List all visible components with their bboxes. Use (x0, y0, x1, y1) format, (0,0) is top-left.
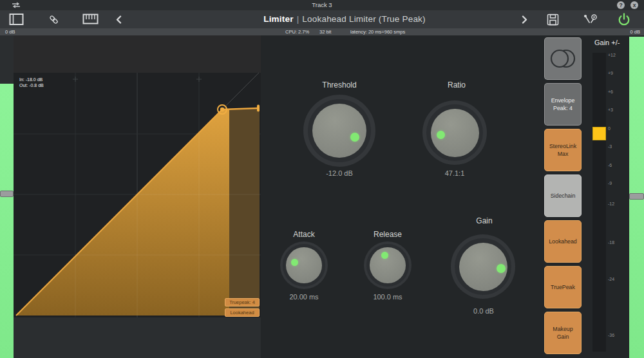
io-readout-in: In: -18.0 dB (19, 77, 44, 82)
stereolink-max-button[interactable]: StereoLink Max (544, 129, 582, 171)
release-knob-indicator (381, 252, 388, 259)
threshold-knob[interactable] (303, 95, 375, 167)
window-titlebar: Track 3 ? x (0, 0, 644, 10)
power-icon[interactable] (617, 12, 631, 26)
gain-tick: -3 (608, 144, 612, 149)
gain-knob-indicator (497, 264, 506, 273)
close-icon[interactable]: x (630, 1, 638, 9)
threshold-label: Threshold (294, 80, 384, 90)
threshold-knee-dot[interactable] (220, 108, 224, 111)
transfer-curve-panel: In: -18.0 dB Out: -0.8 dB Truepeak: 4 Lo… (14, 35, 261, 358)
plugin-toolbar: Limiter|Lookahead Limiter (True Peak) (0, 10, 644, 28)
sidechain-button[interactable]: Sidechain (544, 174, 582, 217)
transfer-curve-plot[interactable] (14, 73, 261, 317)
truepeak-button[interactable]: TruePeak (544, 266, 582, 308)
envelope-peak-button[interactable]: Envelope Peak: 4 (544, 83, 582, 126)
attack-value: 20.00 ms (259, 293, 349, 301)
status-bar: 0 dB CPU: 2.7% 32 bit latency: 20 ms=960… (0, 28, 644, 35)
keyboard-icon[interactable] (82, 14, 99, 25)
chevron-left-icon[interactable] (116, 15, 122, 24)
release-label: Release (343, 230, 433, 239)
plugin-title-separator: | (297, 14, 299, 24)
gain-tick: 0 (608, 126, 611, 131)
stereo-circles-icon (547, 46, 578, 71)
input-level-meter (0, 35, 14, 358)
truepeak-badge: Truepeak: 4 (225, 298, 260, 306)
chevron-right-icon[interactable] (522, 15, 527, 24)
gain-slider-handle[interactable] (592, 127, 606, 140)
gain-tick: +3 (608, 108, 613, 112)
ratio-label: Ratio (412, 80, 502, 90)
ratio-knob[interactable] (422, 100, 487, 165)
transfer-curve-svg (14, 73, 261, 317)
gain-tick: -6 (608, 163, 612, 167)
modulation-routing-icon[interactable] (583, 14, 598, 25)
input-meter-handle[interactable] (0, 191, 14, 197)
editor-panel-icon[interactable] (9, 13, 24, 26)
gain-tick: -24 (608, 277, 614, 281)
mode-button-column: Envelope Peak: 4 StereoLink Max Sidechai… (544, 37, 582, 354)
ceiling-end-handle[interactable] (257, 105, 260, 112)
io-readout-out: Out: -0.8 dB (19, 82, 44, 88)
latency-readout: latency: 20 ms=960 smps (350, 29, 405, 35)
attack-knob-indicator (291, 259, 298, 266)
gain-tick: +6 (608, 90, 613, 94)
threshold-value: -12.0 dB (294, 169, 384, 177)
threshold-knob-indicator (350, 133, 359, 142)
meter-left-caption: 0 dB (5, 29, 15, 35)
output-level-meter (629, 35, 644, 358)
io-readout: In: -18.0 dB Out: -0.8 dB (19, 77, 44, 88)
stereo-link-mode-button[interactable] (544, 37, 582, 80)
bit-depth-readout: 32 bit (319, 29, 331, 35)
plugin-title: Limiter|Lookahead Limiter (True Peak) (142, 14, 547, 24)
gain-tick: -12 (608, 202, 614, 206)
release-knob[interactable] (364, 241, 412, 289)
release-value: 100.0 ms (343, 293, 433, 301)
gain-slider-title: Gain +/- (594, 39, 620, 46)
window-title: Track 3 (0, 1, 644, 8)
gain-tick: -36 (608, 333, 614, 337)
plugin-name: Limiter (263, 14, 293, 24)
gain-slider-track[interactable] (592, 53, 606, 352)
plugin-variant: Lookahead Limiter (True Peak) (302, 14, 425, 24)
gain-value: 0.0 dB (439, 307, 529, 315)
graph-footer (14, 317, 261, 358)
link-icon[interactable] (49, 15, 59, 24)
lookahead-badge: Lookahead (225, 308, 260, 317)
cpu-readout: CPU: 2.7% (285, 29, 309, 35)
gain-knob[interactable] (451, 234, 515, 299)
gain-label: Gain (439, 216, 529, 225)
gain-tick: -18 (608, 240, 614, 245)
output-meter-handle[interactable] (629, 193, 644, 200)
save-icon[interactable] (547, 14, 559, 26)
gain-tick: +12 (608, 53, 616, 57)
plugin-window: Track 3 ? x Limiter|Lookahead Limiter (0, 0, 644, 358)
help-icon[interactable]: ? (617, 1, 625, 9)
ratio-value: 47.1:1 (410, 169, 500, 177)
makeup-gain-button[interactable]: Makeup Gain (544, 312, 582, 354)
graph-header (14, 35, 261, 73)
meter-right-caption: 0 dB (630, 29, 640, 35)
attack-label: Attack (259, 230, 349, 239)
lookahead-button[interactable]: Lookahead (544, 220, 582, 263)
gain-tick: -9 (608, 181, 612, 185)
input-level-fill (0, 84, 14, 358)
lookahead-zone (229, 109, 260, 316)
gain-tick: +9 (608, 71, 613, 75)
attack-knob[interactable] (280, 241, 328, 289)
ratio-knob-indicator (437, 131, 445, 139)
